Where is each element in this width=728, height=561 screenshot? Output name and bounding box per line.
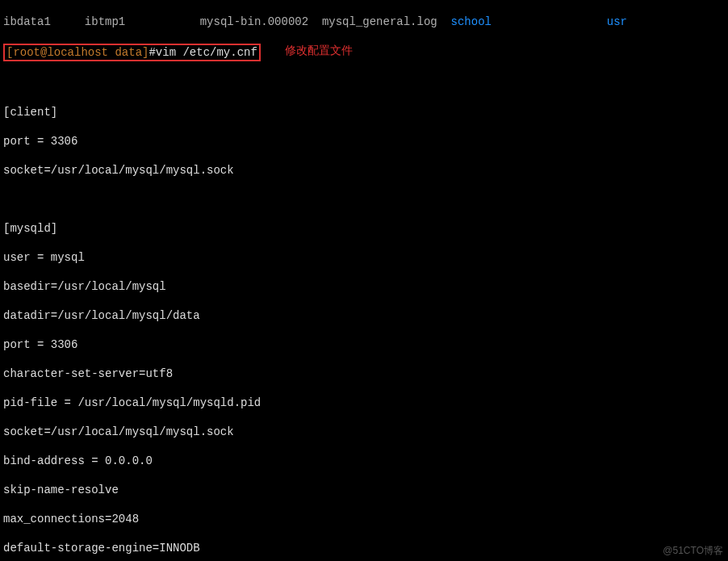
config-line: pid-file = /usr/local/mysql/mysqld.pid: [3, 396, 725, 410]
config-line: port = 3306: [3, 337, 725, 352]
config-line: bind-address = 0.0.0.0: [3, 454, 725, 468]
config-line: socket=/usr/local/mysql/mysql.sock: [3, 425, 725, 439]
config-line: user = mysql: [3, 250, 725, 265]
config-line: port = 3306: [3, 134, 725, 149]
config-line: socket=/usr/local/mysql/mysql.sock: [3, 163, 725, 178]
ls-entry: mysql-bin.000002: [200, 15, 308, 28]
editor-command[interactable]: vim /etc/my.cnf: [156, 46, 257, 59]
config-line: basedir=/usr/local/mysql: [3, 279, 725, 294]
config-blank: [3, 192, 725, 207]
config-line: skip-name-resolve: [3, 483, 725, 497]
prompt-hash: #: [149, 46, 155, 59]
ls-entry: ibdata1: [3, 15, 51, 28]
ls-entry-dir: usr: [607, 15, 627, 28]
prompt-user-host: [root@localhost data]: [6, 46, 149, 59]
terminal-output: ibdata1 ibtmp1 mysql-bin.000002 mysql_ge…: [0, 0, 728, 561]
config-line: max_connections=2048: [3, 512, 725, 526]
command-highlight: [root@localhost data]#vim /etc/my.cnf: [3, 44, 261, 61]
annotation-modify-config: 修改配置文件: [285, 44, 353, 58]
ls-entry-dir: school: [451, 15, 492, 28]
config-line: character-set-server=utf8: [3, 366, 725, 381]
watermark-text: @51CTO博客: [663, 543, 723, 558]
config-line: [client]: [3, 105, 725, 119]
ls-entry: mysql_general.log: [322, 15, 437, 28]
ls-entry: ibtmp1: [85, 15, 125, 28]
config-line: default-storage-engine=INNODB: [3, 541, 725, 555]
config-line: datadir=/usr/local/mysql/data: [3, 308, 725, 323]
config-line: [mysqld]: [3, 221, 725, 236]
